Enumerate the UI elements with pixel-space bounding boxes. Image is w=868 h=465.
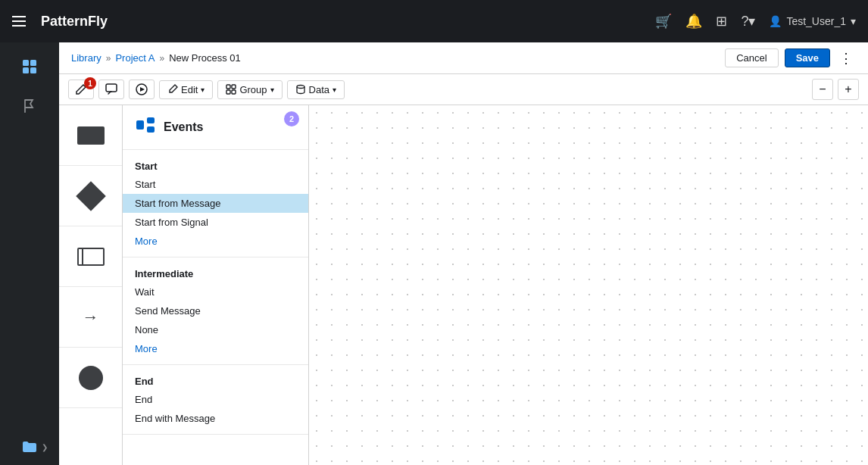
user-menu[interactable]: 👤 Test_User_1 ▾: [769, 15, 856, 27]
breadcrumb-current: New Process 01: [169, 52, 241, 64]
svg-rect-4: [106, 84, 117, 92]
shape-item-circle[interactable]: [59, 348, 122, 408]
breadcrumb-project[interactable]: Project A: [115, 52, 155, 64]
process-area: →: [59, 105, 868, 465]
svg-point-10: [297, 86, 304, 89]
comment-tool-button[interactable]: [98, 80, 124, 99]
subprocess-shape: [77, 248, 105, 266]
app-name: PatternFly: [41, 14, 108, 30]
data-dropdown-button[interactable]: Data ▾: [287, 80, 345, 99]
intermediate-item-send[interactable]: Send Message: [123, 301, 308, 320]
tool-badge: 1: [84, 77, 96, 89]
events-section-end: End End End with Message: [123, 365, 308, 435]
hamburger-icon[interactable]: [12, 16, 26, 27]
intermediate-more-link[interactable]: More: [123, 339, 308, 358]
shape-item-arrow[interactable]: →: [59, 287, 122, 348]
circle-shape: [79, 366, 103, 390]
svg-rect-9: [232, 90, 236, 94]
breadcrumb-bar: Library » Project A » New Process 01 Can…: [59, 42, 868, 74]
bell-icon[interactable]: 🔔: [685, 13, 702, 30]
cart-icon[interactable]: 🛒: [655, 13, 672, 30]
svg-rect-13: [147, 126, 155, 133]
zoom-out-button[interactable]: −: [812, 79, 833, 100]
svg-rect-11: [136, 120, 144, 130]
svg-rect-0: [23, 60, 29, 66]
canvas-area[interactable]: [309, 105, 868, 465]
start-item-start[interactable]: Start: [123, 175, 308, 194]
pencil-tool-button[interactable]: 1: [68, 80, 94, 99]
group-label: Group: [239, 84, 267, 95]
svg-rect-3: [30, 67, 36, 73]
palette-panel: →: [59, 105, 309, 465]
arrow-shape: →: [83, 307, 99, 327]
shape-item-diamond[interactable]: [59, 166, 122, 226]
data-label: Data: [309, 84, 329, 95]
end-section-title: End: [123, 371, 308, 390]
play-tool-button[interactable]: [129, 80, 155, 99]
user-label: Test_User_1: [786, 15, 846, 27]
cancel-button[interactable]: Cancel: [725, 48, 778, 67]
toolbar: 1 Edit ▾: [59, 74, 868, 105]
breadcrumb-actions: Cancel Save ⋮: [725, 48, 856, 67]
svg-rect-6: [226, 85, 230, 89]
start-section-title: Start: [123, 156, 308, 175]
save-button[interactable]: Save: [785, 48, 830, 67]
start-more-link[interactable]: More: [123, 232, 308, 251]
events-section-start: Start Start Start from Message Start fro…: [123, 150, 308, 257]
shape-item-subprocess[interactable]: [59, 226, 122, 287]
grid-icon[interactable]: ⊞: [716, 13, 727, 30]
shape-column: →: [59, 105, 123, 465]
zoom-in-button[interactable]: +: [838, 79, 859, 100]
edit-label: Edit: [181, 84, 198, 95]
kebab-menu-button[interactable]: ⋮: [836, 50, 856, 67]
svg-rect-7: [232, 85, 236, 89]
events-icon: [135, 114, 156, 140]
edit-caret-icon: ▾: [201, 86, 205, 94]
events-panel: Events 2 Start Start Start from Message …: [123, 105, 308, 465]
sidebar-item-flag[interactable]: [8, 88, 51, 124]
edit-dropdown-button[interactable]: Edit ▾: [159, 80, 213, 99]
user-caret-icon: ▾: [851, 15, 856, 27]
breadcrumb-library[interactable]: Library: [71, 52, 101, 64]
group-dropdown-button[interactable]: Group ▾: [217, 80, 282, 99]
breadcrumb-sep1: »: [106, 53, 111, 64]
top-nav: PatternFly 🛒 🔔 ⊞ ?▾ 👤 Test_User_1 ▾: [0, 0, 868, 42]
svg-rect-2: [23, 67, 29, 73]
intermediate-item-none[interactable]: None: [123, 320, 308, 339]
start-item-signal[interactable]: Start from Signal: [123, 213, 308, 232]
events-header: Events 2: [123, 105, 308, 150]
top-nav-icons: 🛒 🔔 ⊞ ?▾ 👤 Test_User_1 ▾: [655, 13, 856, 30]
events-title: Events: [164, 120, 203, 134]
intermediate-section-title: Intermediate: [123, 264, 308, 282]
end-item-message[interactable]: End with Message: [123, 409, 308, 428]
group-caret-icon: ▾: [270, 86, 274, 94]
folder-expand-icon: ❯: [42, 443, 48, 451]
content-area: Library » Project A » New Process 01 Can…: [59, 42, 868, 465]
left-sidebar: ❯: [0, 42, 59, 465]
svg-rect-1: [30, 60, 36, 66]
main-layout: ❯ Library » Project A » New Process 01 C…: [0, 42, 868, 465]
sidebar-item-palette[interactable]: [8, 48, 51, 85]
help-icon[interactable]: ?▾: [741, 13, 755, 30]
svg-rect-8: [226, 90, 230, 94]
sidebar-item-folder[interactable]: ❯: [8, 429, 51, 465]
diamond-shape: [76, 181, 106, 211]
events-section-intermediate: Intermediate Wait Send Message None More: [123, 257, 308, 365]
events-badge: 2: [284, 111, 299, 126]
breadcrumb-sep2: »: [159, 53, 164, 64]
rect-shape: [77, 126, 105, 145]
end-item-end[interactable]: End: [123, 390, 308, 409]
svg-rect-12: [147, 117, 155, 123]
start-item-message[interactable]: Start from Message: [123, 194, 308, 213]
user-icon: 👤: [769, 15, 782, 27]
data-caret-icon: ▾: [333, 86, 336, 94]
shape-item-rect[interactable]: [59, 105, 122, 166]
intermediate-item-wait[interactable]: Wait: [123, 282, 308, 301]
